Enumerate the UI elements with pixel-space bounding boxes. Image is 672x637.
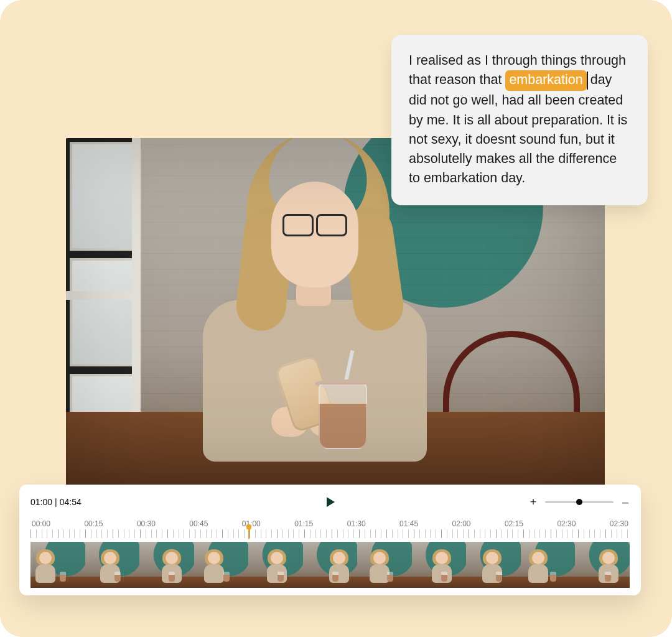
timeline-ruler[interactable]: 00:0000:1500:3000:4501:0001:1501:3001:45… (30, 519, 630, 538)
ruler-label: 02:30 (557, 519, 576, 528)
zoom-control: + – (529, 496, 630, 509)
ruler-label: 00:00 (32, 519, 50, 528)
ruler-label: 01:30 (347, 519, 366, 528)
ruler-label: 01:00 (242, 519, 261, 528)
ruler-label: 00:15 (84, 519, 103, 528)
ruler-label: 01:15 (294, 519, 313, 528)
zoom-in-button[interactable]: + (529, 496, 538, 509)
timeline-thumbnail[interactable] (139, 542, 194, 588)
timeline-thumbnail[interactable] (357, 542, 412, 588)
timeline-thumbnail[interactable] (30, 542, 85, 588)
current-time: 01:00 (30, 497, 52, 507)
zoom-out-button[interactable]: – (621, 496, 630, 509)
ruler-label: 02:00 (452, 519, 471, 528)
zoom-slider-knob[interactable] (576, 499, 582, 505)
ruler-label: 02:30 (610, 519, 628, 528)
time-display: 01:00|04:54 (30, 497, 82, 507)
player-bar: 01:00|04:54 + – 00:0000:1500:3000:4501:0… (19, 485, 641, 595)
ruler-ticks[interactable] (30, 529, 630, 538)
zoom-slider[interactable] (545, 501, 614, 503)
ruler-label: 00:30 (137, 519, 156, 528)
timeline-thumbnail[interactable] (466, 542, 521, 588)
ruler-label: 02:15 (505, 519, 523, 528)
play-icon (325, 496, 336, 508)
ruler-label: 00:45 (189, 519, 208, 528)
timeline-thumbnail[interactable] (412, 542, 467, 588)
time-separator: | (55, 497, 57, 507)
timeline-thumbnail[interactable] (194, 542, 249, 588)
playhead[interactable] (248, 528, 250, 539)
timeline-thumbnails[interactable] (30, 542, 630, 588)
ruler-label: 01:45 (399, 519, 418, 528)
timeline-thumbnail[interactable] (248, 542, 303, 588)
total-time: 04:54 (60, 497, 82, 507)
play-button[interactable] (324, 496, 337, 508)
timeline-thumbnail[interactable] (85, 542, 140, 588)
ruler-labels: 00:0000:1500:3000:4501:0001:1501:3001:45… (30, 519, 630, 528)
editor-canvas: I realised as I through things through t… (0, 0, 672, 637)
svg-marker-0 (327, 497, 335, 507)
timeline-thumbnail[interactable] (575, 542, 630, 588)
transcript-highlighted-word[interactable]: embarkation (505, 70, 586, 91)
timeline-thumbnail[interactable] (521, 542, 576, 588)
timeline-thumbnail[interactable] (303, 542, 358, 588)
transcript-card[interactable]: I realised as I through things through t… (391, 35, 648, 205)
